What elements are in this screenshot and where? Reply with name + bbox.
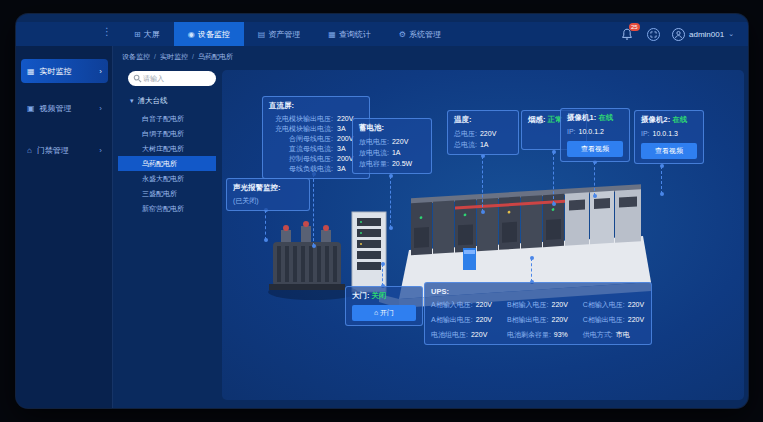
search-input[interactable] [128, 71, 216, 86]
chevron-down-icon: ⌄ [728, 30, 734, 38]
top-navbar: ⋮ ⊞ 大屏 ◉ 设备监控 ▤ 资产管理 ▦ 查询统计 ⚙ 系统管理 [16, 22, 748, 46]
field-value: 220V [552, 301, 568, 308]
door-icon: ⌂ [27, 146, 32, 155]
field-value: 1A [480, 141, 489, 148]
fullscreen-button[interactable] [647, 28, 660, 41]
username: admin001 [689, 30, 724, 39]
menu-dots-icon[interactable]: ⋮ [102, 26, 112, 37]
field-label: C相输出电压: [583, 316, 625, 323]
card-title: UPS: [431, 287, 645, 296]
connector-line [482, 156, 483, 212]
camera-ip: 10.0.1.3 [653, 130, 678, 137]
field-label: B相输入电压: [507, 301, 549, 308]
field-value: 220V [480, 130, 496, 137]
card-temperature: 温度: 总电压:220V 总电流:1A [447, 110, 519, 155]
field-label: 总电压: [454, 130, 477, 137]
card-title: 声光报警监控: [233, 183, 303, 193]
notification-badge: 25 [629, 23, 640, 31]
field-label: A相输入电压: [431, 301, 473, 308]
breadcrumb-part[interactable]: 实时监控 [160, 53, 188, 60]
tree-collapse-icon: ▾ [130, 97, 134, 105]
top-nav-tabs: ⊞ 大屏 ◉ 设备监控 ▤ 资产管理 ▦ 查询统计 ⚙ 系统管理 [120, 22, 455, 46]
field-value: 220V [628, 316, 644, 323]
field-label: IP: [641, 130, 650, 137]
tab-label: 大屏 [144, 29, 160, 40]
field-value: 220V [471, 331, 487, 338]
breadcrumb-part[interactable]: 设备监控 [122, 53, 150, 60]
status-badge: 关闭 [372, 291, 387, 300]
tab-dashboard[interactable]: ⊞ 大屏 [120, 22, 174, 46]
user-menu[interactable]: admin001 ⌄ [672, 28, 734, 41]
connector-line [553, 152, 554, 204]
breadcrumb-part: 乌药配电所 [198, 53, 233, 60]
sidebar-item-label: 门禁管理 [37, 145, 69, 156]
sidebar-item-label: 实时监控 [40, 66, 72, 77]
tree-item[interactable]: 新窑营配电所 [118, 201, 216, 216]
tab-system-management[interactable]: ⚙ 系统管理 [385, 22, 455, 46]
field-value: 220V [476, 316, 492, 323]
tree-group-node[interactable]: ▾ 浦大台线 [130, 96, 168, 106]
field-label: B相输出电压: [507, 316, 549, 323]
card-title: 温度: [454, 115, 512, 125]
card-title: 摄像机1: 在线 [567, 113, 623, 123]
tree-item[interactable]: 大树庄配电所 [118, 141, 216, 156]
card-door: 大门: 关闭 ⌂ 开门 [345, 286, 423, 326]
sidebar-item-realtime-monitor[interactable]: ▦ 实时监控 › [21, 59, 108, 83]
tree-item[interactable]: 三盛配电所 [118, 186, 216, 201]
monitor-grid-icon: ▦ [27, 67, 35, 76]
card-camera-1: 摄像机1: 在线 IP:10.0.1.2 查看视频 [560, 108, 630, 162]
monitor-icon: ◉ [188, 30, 195, 39]
chevron-right-icon: › [99, 146, 102, 155]
tab-asset-management[interactable]: ▤ 资产管理 [244, 22, 315, 46]
field-value: 220V [628, 301, 644, 308]
sidebar-item-access-control[interactable]: ⌂ 门禁管理 › [21, 138, 108, 162]
left-sidebar: ▦ 实时监控 › ▣ 视频管理 › ⌂ 门禁管理 › [16, 46, 113, 408]
field-value: 220V [392, 138, 408, 145]
field-label: IP: [567, 128, 576, 135]
tree-item[interactable]: 白绸子配电所 [118, 126, 216, 141]
card-camera-2: 摄像机2: 在线 IP:10.0.1.3 查看视频 [634, 110, 704, 164]
breadcrumb: 设备监控/实时监控/乌药配电所 [122, 52, 233, 62]
open-door-button[interactable]: ⌂ 开门 [352, 305, 416, 321]
dashboard-icon: ⊞ [134, 30, 141, 39]
connector-line [390, 176, 391, 228]
page-background: ⋮ ⊞ 大屏 ◉ 设备监控 ▤ 资产管理 ▦ 查询统计 ⚙ 系统管理 [0, 0, 763, 422]
sidebar-item-label: 视频管理 [40, 103, 72, 114]
tab-label: 设备监控 [198, 29, 230, 40]
camera-ip: 10.0.1.2 [579, 128, 604, 135]
status-badge: 在线 [672, 115, 687, 124]
card-title: 大门: 关闭 [352, 291, 416, 301]
status-badge: 在线 [598, 113, 613, 122]
door-open-icon: ⌂ [374, 309, 378, 316]
app-window: ⋮ ⊞ 大屏 ◉ 设备监控 ▤ 资产管理 ▦ 查询统计 ⚙ 系统管理 [16, 14, 748, 408]
gear-icon: ⚙ [399, 30, 406, 39]
connector-line [265, 210, 266, 240]
field-value: 市电 [616, 331, 630, 338]
navbar-right: 25 admin001 ⌄ [621, 22, 734, 46]
tree-item[interactable]: 永盛大配电所 [118, 171, 216, 186]
sidebar-item-video-management[interactable]: ▣ 视频管理 › [21, 96, 108, 120]
field-label: 放电容量: [359, 160, 389, 167]
field-label: 充电模块输出电流: [269, 124, 333, 134]
tab-query-statistics[interactable]: ▦ 查询统计 [314, 22, 385, 46]
view-video-button[interactable]: 查看视频 [641, 143, 697, 159]
field-value: 93% [554, 331, 568, 338]
field-label: 充电模块输出电压: [269, 114, 333, 124]
field-label: 合闸母线电压: [269, 134, 333, 144]
user-icon [674, 30, 683, 39]
avatar [672, 28, 685, 41]
tree-item[interactable]: 白音子配电所 [118, 111, 216, 126]
tab-device-monitor[interactable]: ◉ 设备监控 [174, 22, 244, 46]
field-label: 供电方式: [583, 331, 613, 338]
field-label: 直流母线电流: [269, 144, 333, 154]
notifications-button[interactable]: 25 [621, 27, 635, 41]
chevron-right-icon: › [99, 104, 102, 113]
field-label: A相输出电压: [431, 316, 473, 323]
connector-line [661, 166, 662, 194]
field-label: 电池组电压: [431, 331, 468, 338]
tab-label: 资产管理 [268, 29, 300, 40]
tree-item-selected[interactable]: 乌药配电所 [118, 156, 216, 171]
card-battery: 蓄电池: 放电电压:220V 放电电流:1A 放电容量:20.5W [352, 118, 432, 174]
view-video-button[interactable]: 查看视频 [567, 141, 623, 157]
field-label: 总电流: [454, 141, 477, 148]
